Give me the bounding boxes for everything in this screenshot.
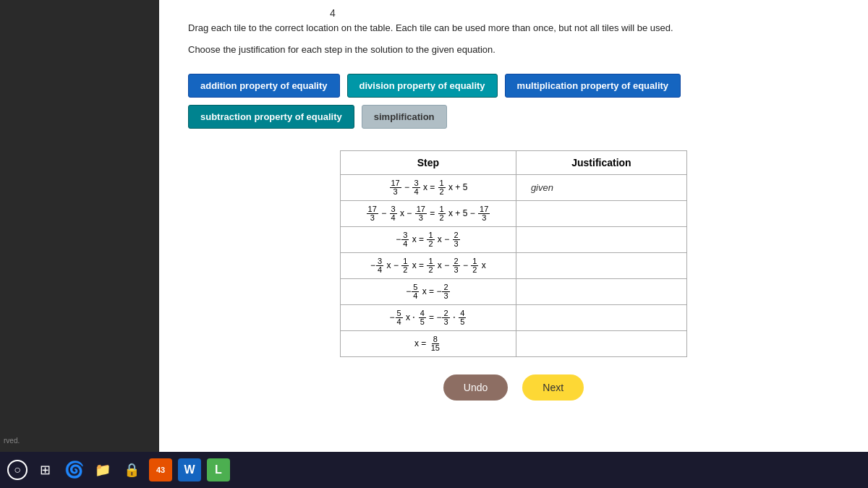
frac-3-4: 34: [412, 179, 420, 196]
notification-badge[interactable]: 43: [149, 458, 172, 481]
step-3: −34 x = 12 x − 23: [341, 227, 516, 253]
edge-icon[interactable]: 🌀: [62, 458, 85, 481]
table-row: −34 x = 12 x − 23: [341, 227, 687, 253]
reserved-label: rved.: [4, 437, 20, 445]
table-row: 173 − 34 x = 12 x + 5 given: [341, 175, 687, 201]
frac-1-2: 12: [438, 179, 446, 196]
justification-6[interactable]: [516, 305, 686, 331]
table-row: −54 x ⋅ 45 = −23 ⋅ 45: [341, 305, 687, 331]
tile-multiplication[interactable]: multiplication property of equality: [505, 74, 681, 98]
step-4: −34 x − 12 x = 12 x − 23 − 12 x: [341, 253, 516, 279]
frac-17-3: 173: [390, 179, 401, 196]
tile-subtraction[interactable]: subtraction property of equality: [188, 105, 354, 129]
word-icon[interactable]: W: [178, 458, 201, 481]
justification-2[interactable]: [516, 201, 686, 227]
l-app-icon[interactable]: L: [207, 458, 230, 481]
folder-icon[interactable]: 📁: [91, 458, 114, 481]
tiles-container: addition property of equality division p…: [188, 74, 694, 129]
justification-1[interactable]: given: [516, 175, 686, 201]
justification-5[interactable]: [516, 279, 686, 305]
justification-3[interactable]: [516, 227, 686, 253]
step-6: −54 x ⋅ 45 = −23 ⋅ 45: [341, 305, 516, 331]
justification-4[interactable]: [516, 253, 686, 279]
step-1: 173 − 34 x = 12 x + 5: [341, 175, 516, 201]
tile-simplification[interactable]: simplification: [362, 105, 447, 129]
tile-addition[interactable]: addition property of equality: [188, 74, 340, 98]
col-step: Step: [341, 151, 516, 175]
table-row: x = 815: [341, 331, 687, 357]
table-wrapper: Step Justification 173 − 34 x = 12 x + 5: [188, 150, 839, 357]
next-button[interactable]: Next: [522, 374, 584, 401]
tile-division[interactable]: division property of equality: [347, 74, 498, 98]
lock-icon[interactable]: 🔒: [120, 458, 143, 481]
step-5: −54 x = −23: [341, 279, 516, 305]
taskview-icon[interactable]: ⊞: [33, 458, 56, 481]
left-sidebar: [0, 0, 159, 452]
windows-start-icon[interactable]: ○: [7, 460, 27, 480]
given-label: given: [531, 182, 553, 193]
col-justification: Justification: [516, 151, 686, 175]
taskbar: ○ ⊞ 🌀 📁 🔒 43 W L: [0, 452, 868, 488]
table-row: 173 − 34 x − 173 = 12 x + 5 − 173: [341, 201, 687, 227]
instruction-1: Drag each tile to the correct location o…: [188, 22, 839, 35]
page-number: 4: [326, 6, 340, 20]
table-row: −54 x = −23: [341, 279, 687, 305]
step-2: 173 − 34 x − 173 = 12 x + 5 − 173: [341, 201, 516, 227]
steps-table: Step Justification 173 − 34 x = 12 x + 5: [340, 150, 687, 357]
undo-button[interactable]: Undo: [443, 374, 508, 401]
instruction-2: Choose the justification for each step i…: [188, 43, 839, 56]
buttons-row: Undo Next: [188, 374, 839, 401]
badge-number: 43: [156, 466, 165, 474]
main-content: 4 Drag each tile to the correct location…: [159, 0, 868, 452]
step-7: x = 815: [341, 331, 516, 357]
justification-7[interactable]: [516, 331, 686, 357]
table-row: −34 x − 12 x = 12 x − 23 − 12 x: [341, 253, 687, 279]
